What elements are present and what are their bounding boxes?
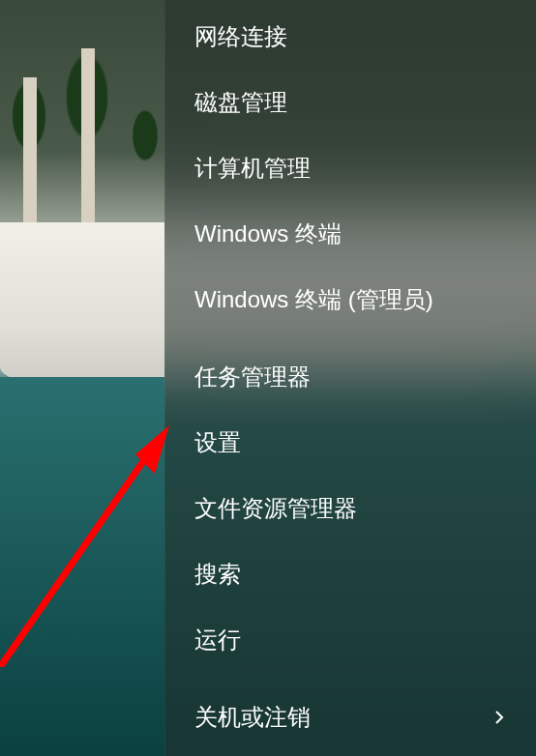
- menu-label: 计算机管理: [194, 153, 311, 184]
- menu-item-settings[interactable]: 设置: [171, 412, 530, 474]
- menu-item-run[interactable]: 运行: [171, 609, 530, 671]
- menu-label: Windows 终端 (管理员): [194, 284, 433, 315]
- menu-label: 搜索: [194, 559, 241, 590]
- chevron-right-icon: [490, 710, 509, 725]
- menu-label: 网络连接: [194, 21, 287, 52]
- menu-item-file-explorer[interactable]: 文件资源管理器: [171, 478, 530, 539]
- menu-label: 任务管理器: [194, 362, 311, 393]
- menu-item-search[interactable]: 搜索: [171, 543, 530, 605]
- menu-item-desktop[interactable]: 桌面: [171, 752, 530, 756]
- menu-label: 文件资源管理器: [194, 493, 357, 524]
- menu-item-disk-management[interactable]: 磁盘管理: [171, 72, 530, 133]
- menu-item-network-connections[interactable]: 网络连接: [171, 6, 530, 68]
- menu-label: 运行: [194, 625, 241, 655]
- menu-item-windows-terminal[interactable]: Windows 终端: [171, 203, 530, 265]
- menu-label: 磁盘管理: [194, 87, 287, 118]
- menu-label: 设置: [194, 427, 241, 458]
- menu-label: Windows 终端: [194, 218, 342, 249]
- menu-item-task-manager[interactable]: 任务管理器: [171, 346, 530, 408]
- menu-label: 关机或注销: [194, 702, 311, 733]
- menu-item-computer-management[interactable]: 计算机管理: [171, 137, 530, 199]
- menu-item-shutdown-signout[interactable]: 关机或注销: [171, 686, 530, 748]
- winx-context-menu: 网络连接 磁盘管理 计算机管理 Windows 终端 Windows 终端 (管…: [164, 0, 536, 756]
- menu-item-windows-terminal-admin[interactable]: Windows 终端 (管理员): [171, 269, 530, 331]
